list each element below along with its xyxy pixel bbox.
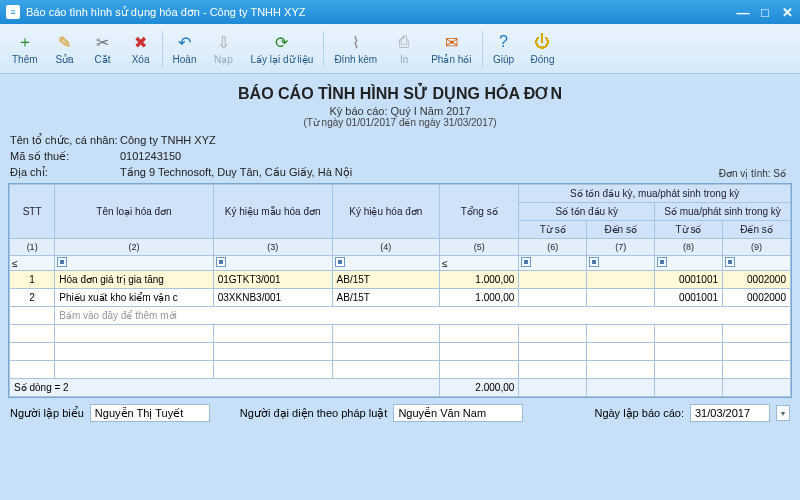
summary-row: Số dòng = 2 2.000,00 <box>10 379 791 397</box>
col-group-top: Số tồn đầu kỳ, mua/phát sinh trong kỳ <box>519 185 791 203</box>
power-icon: ⏻ <box>532 32 552 52</box>
delete-button[interactable]: ✖Xóa <box>122 26 160 72</box>
x-icon: ✖ <box>131 32 151 52</box>
preparer-label: Người lập biểu <box>10 407 84 420</box>
filter-icon <box>589 257 599 267</box>
plus-icon: ＋ <box>15 32 35 52</box>
col-dk-den[interactable]: Đến số <box>587 221 655 239</box>
window-title: Báo cáo tình hình sử dụng hóa đơn - Công… <box>26 6 736 19</box>
refresh-button[interactable]: ⟳Lấy lại dữ liệu <box>242 26 321 72</box>
col-stt[interactable]: STT <box>10 185 55 239</box>
mail-icon: ✉ <box>441 32 461 52</box>
filter-icon <box>657 257 667 267</box>
table-row[interactable]: 2 Phiếu xuất kho kiểm vận c 03XKNB3/001 … <box>10 289 791 307</box>
col-tongso[interactable]: Tổng số <box>440 185 519 239</box>
col-ps-den[interactable]: Đến số <box>723 221 791 239</box>
help-icon: ? <box>494 32 514 52</box>
filter-cell[interactable] <box>655 256 723 271</box>
undo-button[interactable]: ↶Hoàn <box>165 26 205 72</box>
preparer-input[interactable] <box>90 404 210 422</box>
filter-icon <box>216 257 226 267</box>
report-date-input[interactable] <box>690 404 770 422</box>
refresh-icon: ⟳ <box>272 32 292 52</box>
tax-label: Mã số thuế: <box>10 150 120 163</box>
report-date-label: Ngày lập báo cáo: <box>594 407 684 420</box>
table-row[interactable]: 1 Hóa đơn giá trị gia tăng 01GTKT3/001 A… <box>10 271 791 289</box>
filter-icon <box>57 257 67 267</box>
close-tab-button[interactable]: ⏻Đóng <box>523 26 563 72</box>
col-kyhd[interactable]: Ký hiệu hóa đơn <box>332 185 440 239</box>
filter-cell[interactable]: ≤ <box>10 256 55 271</box>
attach-button[interactable]: ⌇Đính kèm <box>326 26 385 72</box>
filter-cell[interactable] <box>723 256 791 271</box>
filter-cell[interactable] <box>519 256 587 271</box>
report-title: BÁO CÁO TÌNH HÌNH SỬ DỤNG HÓA ĐƠN <box>8 84 792 103</box>
legal-rep-label: Người đại diện theo pháp luật <box>240 407 388 420</box>
add-row-hint[interactable]: Bấm vào đây để thêm mới <box>10 307 791 325</box>
filter-icon <box>335 257 345 267</box>
feedback-button[interactable]: ✉Phản hồi <box>423 26 479 72</box>
org-value: Công ty TNHH XYZ <box>120 134 790 147</box>
report-period: Kỳ báo cáo: Quý I Năm 2017 <box>8 105 792 117</box>
filter-cell[interactable] <box>332 256 440 271</box>
minimize-button[interactable]: — <box>736 5 750 19</box>
report-meta: Tên tổ chức, cá nhân:Công ty TNHH XYZ Mã… <box>8 134 792 179</box>
col-group-ps: Số mua/phát sinh trong kỳ <box>655 203 791 221</box>
empty-row <box>10 343 791 361</box>
app-icon: ≡ <box>6 5 20 19</box>
filter-cell[interactable] <box>55 256 213 271</box>
tax-value: 0101243150 <box>120 150 790 163</box>
print-button[interactable]: ⎙In <box>385 26 423 72</box>
filter-icon <box>725 257 735 267</box>
col-tenloai[interactable]: Tên loại hóa đơn <box>55 185 213 239</box>
empty-row <box>10 325 791 343</box>
footer-bar: Người lập biểu Người đại diện theo pháp … <box>8 398 792 422</box>
add-button[interactable]: ＋Thêm <box>4 26 46 72</box>
content-area: BÁO CÁO TÌNH HÌNH SỬ DỤNG HÓA ĐƠN Kỳ báo… <box>0 74 800 500</box>
col-ps-tu[interactable]: Từ số <box>655 221 723 239</box>
empty-row <box>10 361 791 379</box>
toolbar: ＋Thêm ✎Sửa ✂Cắt ✖Xóa ↶Hoàn ⇩Nạp ⟳Lấy lại… <box>0 24 800 74</box>
edit-button[interactable]: ✎Sửa <box>46 26 84 72</box>
col-dk-tu[interactable]: Từ số <box>519 221 587 239</box>
title-bar: ≡ Báo cáo tình hình sử dụng hóa đơn - Cô… <box>0 0 800 24</box>
filter-cell[interactable]: ≤ <box>440 256 519 271</box>
cut-button[interactable]: ✂Cắt <box>84 26 122 72</box>
paperclip-icon: ⌇ <box>346 32 366 52</box>
close-button[interactable]: ✕ <box>780 5 794 19</box>
load-button[interactable]: ⇩Nạp <box>204 26 242 72</box>
filter-cell[interactable] <box>213 256 332 271</box>
data-grid[interactable]: STT Tên loại hóa đơn Ký hiệu mẫu hóa đơn… <box>8 183 792 398</box>
filter-icon <box>521 257 531 267</box>
undo-icon: ↶ <box>175 32 195 52</box>
report-range: (Từ ngày 01/01/2017 đến ngày 31/03/2017) <box>8 117 792 128</box>
scissors-icon: ✂ <box>93 32 113 52</box>
col-kymau[interactable]: Ký hiệu mẫu hóa đơn <box>213 185 332 239</box>
filter-cell[interactable] <box>587 256 655 271</box>
col-group-dk: Số tồn đầu kỳ <box>519 203 655 221</box>
printer-icon: ⎙ <box>394 32 414 52</box>
pencil-icon: ✎ <box>55 32 75 52</box>
help-button[interactable]: ?Giúp <box>485 26 523 72</box>
legal-rep-input[interactable] <box>393 404 523 422</box>
maximize-button[interactable]: □ <box>758 5 772 19</box>
calendar-icon[interactable]: ▾ <box>776 405 790 421</box>
addr-value: Tầng 9 Technosoft, Duy Tân, Cầu Giấy, Hà… <box>120 166 790 179</box>
load-icon: ⇩ <box>213 32 233 52</box>
org-label: Tên tổ chức, cá nhân: <box>10 134 120 147</box>
addr-label: Địa chỉ: <box>10 166 120 179</box>
